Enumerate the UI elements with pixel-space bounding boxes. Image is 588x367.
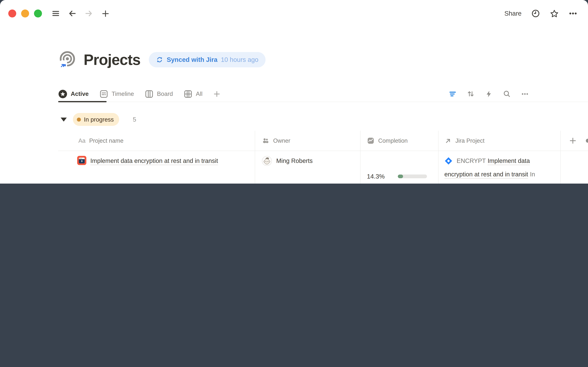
share-button[interactable]: Share — [504, 10, 522, 17]
menu-icon[interactable] — [51, 9, 60, 18]
status-badge[interactable]: In progress — [73, 113, 119, 126]
people-icon — [262, 137, 270, 144]
filter-icon[interactable] — [449, 90, 457, 98]
sync-time: 10 hours ago — [221, 56, 258, 63]
tab-board[interactable]: Board — [144, 89, 173, 99]
view-tabs: Active Timeline Board All — [58, 86, 588, 102]
sync-icon — [156, 56, 163, 63]
window-controls — [8, 9, 42, 17]
target-icon[interactable] — [58, 51, 76, 69]
avatar — [262, 156, 272, 166]
collapse-group-icon[interactable] — [61, 117, 67, 121]
group-count: 5 — [133, 116, 136, 123]
progress-fill — [398, 174, 403, 178]
jira-icon — [444, 157, 453, 165]
search-icon[interactable] — [503, 90, 511, 98]
column-header-project-name[interactable]: Aa Project name — [58, 131, 255, 151]
column-header-completion[interactable]: Completion — [360, 131, 439, 151]
completion-value: 14.3% — [367, 169, 389, 183]
table-grid-icon — [183, 89, 192, 99]
desktop: Share Projects — [0, 0, 588, 184]
projects-table: Aa Project name Owner Completion Jira P — [58, 131, 588, 184]
clock-icon[interactable] — [531, 9, 540, 18]
page-title: Projects — [84, 51, 141, 68]
owner-name[interactable]: Ming Roberts — [276, 154, 313, 167]
tab-all[interactable]: All — [183, 89, 202, 99]
forward-icon[interactable] — [84, 9, 93, 18]
column-header-owner[interactable]: Owner — [255, 131, 360, 151]
minimize-window-button[interactable] — [21, 9, 29, 17]
tab-timeline[interactable]: Timeline — [99, 89, 134, 99]
app-window: Share Projects — [0, 0, 588, 184]
text-type-icon: Aa — [78, 137, 86, 144]
new-tab-icon[interactable] — [101, 9, 110, 18]
table-row[interactable]: Implement data encryption at rest and in… — [58, 151, 588, 184]
chart-icon — [367, 137, 374, 144]
arrow-ne-icon — [444, 137, 452, 144]
project-icon-encryption — [77, 156, 86, 165]
progress-bar — [398, 174, 427, 178]
status-dot — [77, 117, 81, 121]
tab-active[interactable]: Active — [58, 89, 89, 99]
add-view-button[interactable] — [213, 90, 221, 98]
star-circle-icon — [58, 89, 67, 99]
add-column-button[interactable] — [561, 131, 588, 151]
more-options-icon[interactable] — [568, 9, 578, 18]
active-tab-underline — [58, 101, 107, 102]
column-header-jira-project[interactable]: Jira Project — [439, 131, 561, 151]
jira-key: ENCRYPT — [457, 157, 486, 164]
sync-label: Synced with Jira — [167, 56, 217, 63]
back-icon[interactable] — [68, 9, 77, 18]
board-icon — [144, 89, 154, 99]
sort-icon[interactable] — [467, 90, 475, 98]
jira-sync-badge[interactable]: Synced with Jira 10 hours ago — [149, 52, 265, 67]
lightning-icon[interactable] — [485, 90, 493, 98]
favorite-star-icon[interactable] — [550, 9, 559, 18]
timeline-icon — [99, 89, 108, 99]
zoom-window-button[interactable] — [34, 9, 42, 17]
project-name-link[interactable]: Implement data encryption at rest and in… — [90, 157, 218, 165]
close-window-button[interactable] — [8, 9, 16, 17]
titlebar: Share — [0, 0, 588, 27]
table-header-row: Aa Project name Owner Completion Jira P — [58, 131, 588, 151]
table-more-icon[interactable] — [586, 139, 588, 143]
view-more-icon[interactable] — [521, 90, 529, 98]
